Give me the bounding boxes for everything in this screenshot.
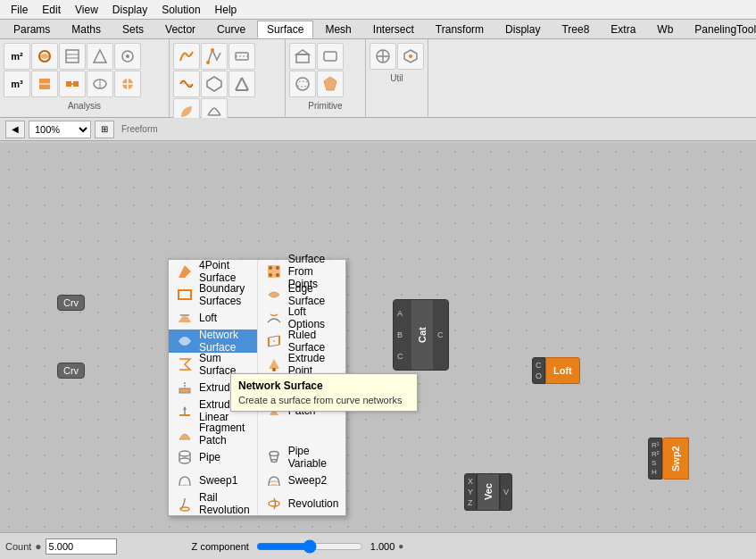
- svg-point-35: [409, 54, 412, 58]
- freeform-icon-5[interactable]: [201, 71, 228, 97]
- z-component-slider[interactable]: [256, 539, 363, 554]
- dropdown-item-pipe-var[interactable]: Pipe Variable: [258, 446, 346, 469]
- svg-point-60: [272, 368, 276, 371]
- primitive-icon-4[interactable]: [317, 71, 344, 97]
- tab-paneling[interactable]: PanelingTools: [685, 21, 756, 38]
- svg-point-44: [179, 451, 190, 456]
- swp2-node[interactable]: R¹ R² S H Swp2: [648, 438, 689, 480]
- primitive-label: Primitive: [287, 101, 363, 111]
- svg-line-56: [269, 336, 279, 338]
- count-circle-icon: ●: [35, 540, 41, 553]
- analysis-icon-5[interactable]: [114, 43, 141, 70]
- analysis-icon-2[interactable]: [31, 43, 58, 70]
- dropdown-label-network: Network Surface: [199, 329, 250, 354]
- canvas-title: Freeform: [121, 124, 158, 134]
- addr-fit-button[interactable]: ⊞: [95, 121, 114, 138]
- menu-help[interactable]: Help: [208, 2, 245, 18]
- analysis-icon-9[interactable]: [87, 71, 113, 97]
- dropdown-item-boundary[interactable]: Boundary Surfaces: [169, 283, 257, 306]
- dropdown-item-sweep2[interactable]: Sweep2: [258, 469, 346, 492]
- tab-tree8[interactable]: Tree8: [552, 21, 599, 38]
- dropdown-item-ruled[interactable]: Ruled Surface: [258, 330, 346, 353]
- tab-display[interactable]: Display: [495, 21, 550, 38]
- menu-view[interactable]: View: [68, 2, 105, 18]
- dropdown-item-network[interactable]: Network Surface: [169, 330, 257, 353]
- tab-vector[interactable]: Vector: [155, 21, 205, 38]
- dropdown-item-pipe[interactable]: Pipe: [169, 446, 257, 469]
- analysis-icon-8[interactable]: [59, 71, 86, 97]
- swp2-port-s: S: [652, 459, 659, 467]
- tooltip-title: Network Surface: [238, 380, 410, 392]
- tab-wb[interactable]: Wb: [647, 21, 683, 38]
- freeform-icon-2[interactable]: [201, 43, 228, 70]
- toolbar: m² m³: [0, 39, 756, 118]
- analysis-icon-1[interactable]: m²: [4, 43, 30, 70]
- menu-edit[interactable]: Edit: [35, 2, 68, 18]
- vec-label: Vec: [477, 473, 500, 511]
- loft-port-c: C: [536, 361, 542, 370]
- dropdown-item-sfp[interactable]: Surface From Points: [258, 260, 346, 283]
- analysis-icon-6[interactable]: m³: [4, 71, 30, 97]
- util-icon-2[interactable]: [397, 43, 424, 70]
- 4point-icon: [176, 263, 194, 280]
- primitive-icon-2[interactable]: [317, 43, 344, 70]
- dropdown-label-edge: Edge Surface: [288, 282, 339, 307]
- tab-transform[interactable]: Transform: [426, 21, 494, 38]
- analysis-icon-10[interactable]: [114, 71, 141, 97]
- primitive-icon-3[interactable]: [289, 71, 316, 97]
- tab-sets[interactable]: Sets: [112, 21, 154, 38]
- svg-point-51: [276, 266, 279, 270]
- dropdown-item-edge[interactable]: Edge Surface: [258, 283, 346, 306]
- loft-node[interactable]: C O Loft: [532, 357, 580, 384]
- svg-marker-27: [296, 50, 309, 54]
- menu-solution[interactable]: Solution: [154, 2, 207, 18]
- cat-node[interactable]: A B C Cat C: [393, 299, 449, 371]
- svg-line-22: [236, 78, 242, 90]
- dropdown-item-loft[interactable]: Loft: [169, 306, 257, 330]
- canvas-area[interactable]: Crv Crv A B C Cat C C O Loft X Y Z: [0, 143, 756, 559]
- analysis-icon-3[interactable]: [59, 43, 86, 70]
- dropdown-item-sweep1[interactable]: Sweep1: [169, 469, 257, 492]
- dropdown-item-loft-opt[interactable]: Loft Options: [258, 306, 346, 330]
- dropdown-label-pipe-var: Pipe Variable: [288, 445, 339, 470]
- dropdown-item-4point[interactable]: 4Point Surface: [169, 260, 257, 283]
- crv-node-1[interactable]: Crv: [57, 295, 85, 311]
- tab-curve[interactable]: Curve: [207, 21, 255, 38]
- count-bar: Count ● Z component 1.000 ●: [0, 532, 756, 559]
- menu-display[interactable]: Display: [105, 2, 154, 18]
- tab-maths[interactable]: Maths: [62, 21, 111, 38]
- dropdown-item-revolution[interactable]: Revolution: [258, 492, 346, 515]
- util-icon-1[interactable]: [370, 43, 396, 70]
- swp2-port-h: H: [652, 468, 659, 476]
- count-label: Count: [5, 541, 31, 552]
- freeform-icon-1[interactable]: [173, 43, 200, 70]
- dropdown-label-rail-rev: Rail Revolution: [199, 491, 250, 516]
- dropdown-item-fragment[interactable]: Fragment Patch: [169, 422, 257, 446]
- zoom-select[interactable]: 100% 50% 200%: [29, 121, 91, 138]
- addr-back-button[interactable]: ◀: [5, 121, 25, 138]
- vec-node[interactable]: X Y Z Vec V: [464, 473, 512, 511]
- crv-node-2[interactable]: Crv: [57, 363, 85, 379]
- z-component-value: 1.000: [370, 541, 395, 552]
- tab-mesh[interactable]: Mesh: [315, 21, 361, 38]
- count-input[interactable]: [46, 538, 117, 555]
- dropdown-item-rail-rev[interactable]: Rail Revolution: [169, 492, 257, 515]
- tab-surface[interactable]: Surface: [257, 21, 313, 38]
- svg-rect-26: [296, 54, 309, 63]
- analysis-icon-7[interactable]: [31, 71, 58, 97]
- freeform-icon-4[interactable]: [173, 71, 200, 97]
- analysis-label: Analysis: [2, 101, 167, 111]
- menu-file[interactable]: File: [4, 2, 35, 18]
- primitive-icon-1[interactable]: [289, 43, 316, 70]
- svg-point-65: [269, 501, 279, 506]
- tab-intersect[interactable]: Intersect: [363, 21, 424, 38]
- tooltip-description: Create a surface from curve networks: [238, 395, 410, 405]
- freeform-icon-6[interactable]: [228, 71, 255, 97]
- freeform-icon-3[interactable]: [228, 43, 255, 70]
- svg-point-62: [271, 460, 277, 463]
- analysis-icon-4[interactable]: [87, 43, 113, 70]
- tab-extra[interactable]: Extra: [601, 21, 645, 38]
- tab-params[interactable]: Params: [4, 21, 60, 38]
- extrude-srf-icon: [176, 379, 194, 396]
- svg-marker-31: [324, 77, 336, 90]
